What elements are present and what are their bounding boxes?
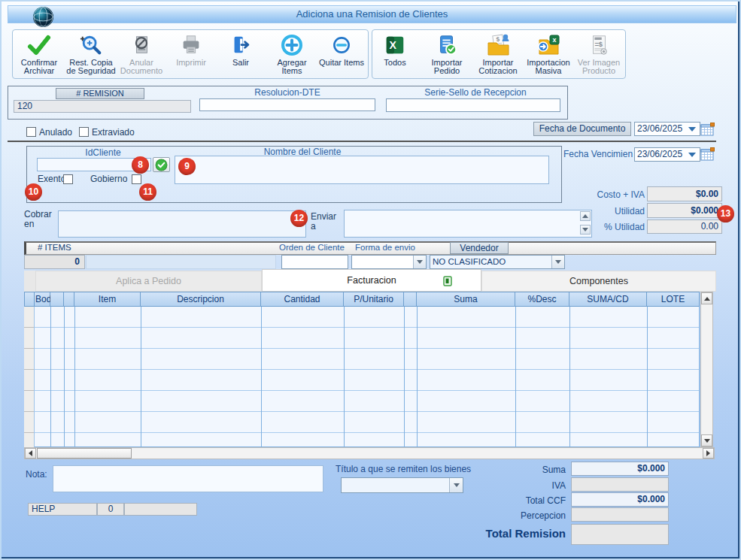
cobrar-en-field[interactable]	[58, 210, 306, 238]
extraviado-label: Extraviado	[92, 127, 135, 138]
enviar-a-field[interactable]	[344, 210, 592, 238]
grid-header-lote[interactable]: LOTE	[647, 292, 700, 307]
grid-line	[344, 307, 345, 447]
folder-quote-icon: $	[471, 32, 525, 59]
ver-imagen-producto-button[interactable]: =$ Ver Imagen Producto	[573, 32, 624, 75]
titulo-remiten-select[interactable]	[341, 477, 463, 493]
fecha-documento-button[interactable]: Fecha de Documento	[533, 122, 631, 136]
todos-button[interactable]: X Todos	[372, 32, 418, 67]
help-extra-field	[124, 503, 197, 516]
anular-documento-button[interactable]: Anular Documento	[116, 32, 167, 75]
costo-iva-label: Costo + IVA	[562, 189, 645, 200]
scrollbar-thumb[interactable]	[37, 448, 132, 459]
restaurar-copia-button[interactable]: Rest. Copia de Seguridad	[64, 32, 118, 75]
orden-cliente-field[interactable]	[281, 255, 348, 269]
svg-text:x: x	[552, 36, 556, 44]
grid-header-desc-pct[interactable]: %Desc	[515, 292, 569, 307]
chevron-down-icon	[417, 260, 423, 264]
tab-aplica-pedido[interactable]: Aplica a Pedido	[35, 271, 262, 292]
buscar-cliente-button[interactable]	[153, 157, 170, 172]
resolucion-dte-label: Resolucion-DTE	[220, 87, 355, 98]
grid-header-sumacd[interactable]: SUMA/CD	[569, 292, 647, 307]
resolucion-dte-field[interactable]	[199, 98, 375, 111]
tab-componentes[interactable]: Componentes	[481, 271, 716, 292]
scroll-left-button[interactable]	[25, 448, 36, 459]
importar-cotizacion-button[interactable]: $ Importar Cotizacion	[471, 32, 525, 75]
forma-envio-chevron-button[interactable]	[413, 256, 426, 268]
salir-button[interactable]: Salir	[217, 32, 265, 67]
grid-row-selector-column[interactable]	[24, 307, 35, 447]
folder-excel-arrow-icon: x	[521, 32, 576, 59]
agregar-items-button[interactable]: Agregar Items	[266, 32, 317, 75]
fecha-documento-value: 23/06/2025	[637, 123, 682, 135]
green-check-icon	[155, 159, 168, 171]
svg-text:=$: =$	[594, 41, 603, 48]
grid-header-selector[interactable]	[24, 292, 35, 307]
forma-envio-select[interactable]	[351, 255, 427, 269]
annotation-badge-12: 12	[290, 210, 308, 227]
fecha-documento-dropdown-icon[interactable]	[688, 127, 696, 132]
serie-sello-field[interactable]	[386, 98, 560, 112]
vendedor-select[interactable]: NO CLASIFICADO	[430, 255, 565, 269]
pct-utilidad-value: 0.00	[647, 219, 722, 234]
grid-header-col8[interactable]	[404, 292, 417, 307]
grid-horizontal-scrollbar[interactable]	[24, 447, 715, 459]
help-number-field: 0	[97, 503, 124, 516]
svg-text:X: X	[390, 39, 397, 51]
chevron-down-icon	[555, 260, 561, 264]
anulado-checkbox[interactable]	[26, 127, 36, 137]
fecha-vencimiento-calendar-icon[interactable]	[700, 147, 715, 164]
chevron-down-icon	[454, 483, 460, 487]
scroll-right-button[interactable]	[703, 448, 714, 459]
window-title: Adiciona una Remision de Clientes	[8, 6, 736, 23]
annotation-badge-9: 9	[178, 158, 196, 175]
scroll-down-button[interactable]	[701, 434, 712, 446]
numero-remision-header[interactable]: # REMISION	[56, 88, 144, 99]
gobierno-checkbox[interactable]	[132, 174, 141, 184]
importacion-masiva-button[interactable]: x Importacion Masiva	[521, 32, 576, 75]
numero-remision-field[interactable]: 120	[14, 100, 191, 113]
app-globe-icon	[32, 5, 55, 32]
quitar-items-button[interactable]: Quitar Items	[317, 32, 366, 67]
forma-envio-label: Forma de envio	[355, 243, 415, 252]
remision-window: Adiciona una Remision de Clientes Confir…	[0, 0, 741, 560]
grid-header-descripcion[interactable]: Descripcion	[141, 292, 261, 307]
vendedor-button[interactable]: Vendedor	[450, 242, 509, 254]
chevron-down-icon	[582, 228, 588, 232]
grid-header-col3[interactable]	[64, 292, 74, 307]
enviar-scroll-up-button[interactable]	[580, 211, 591, 221]
importar-pedido-button[interactable]: Importar Pedido	[421, 32, 472, 75]
grid-vertical-scrollbar[interactable]	[700, 292, 713, 447]
check-icon	[15, 32, 63, 59]
grid-header-bodega[interactable]: Bodega	[35, 292, 50, 307]
grid-header-cantidad[interactable]: Cantidad	[261, 292, 344, 307]
vendedor-chevron-button[interactable]	[551, 256, 564, 268]
scroll-up-button[interactable]	[701, 292, 712, 304]
fecha-vencimiento-dropdown-icon[interactable]	[688, 153, 696, 157]
help-field[interactable]: HELP	[28, 503, 97, 516]
titulo-chevron-button[interactable]	[449, 478, 463, 492]
grid-header-punitario[interactable]: P/Unitario	[344, 292, 404, 307]
items-count-label: # ITEMS	[38, 243, 71, 252]
suma-value: $0.000	[571, 462, 669, 476]
annotation-badge-8: 8	[132, 156, 149, 174]
fecha-documento-calendar-icon[interactable]	[700, 123, 715, 139]
vendedor-value: NO CLASIFICADO	[433, 256, 551, 268]
grid-line	[647, 307, 648, 447]
grid-header-col2[interactable]	[50, 292, 64, 307]
zoom-plus-icon	[64, 32, 118, 59]
items-info-field	[86, 255, 276, 269]
items-grid-body[interactable]	[24, 307, 700, 447]
nota-field[interactable]	[53, 465, 323, 492]
imprimir-button[interactable]: Imprimir	[167, 32, 215, 67]
extraviado-checkbox[interactable]	[79, 127, 89, 137]
enviar-scroll-down-button[interactable]	[580, 225, 591, 235]
exento-checkbox[interactable]	[63, 174, 73, 184]
grid-header-suma[interactable]: Suma	[417, 292, 515, 307]
nombre-cliente-field[interactable]	[175, 156, 549, 184]
nota-label: Nota:	[26, 469, 47, 480]
percepcion-value	[571, 507, 669, 522]
grid-header-item[interactable]: Item	[74, 292, 141, 307]
document-check-icon	[421, 32, 472, 59]
confirmar-archivar-button[interactable]: Confirmar Archivar	[15, 32, 63, 75]
